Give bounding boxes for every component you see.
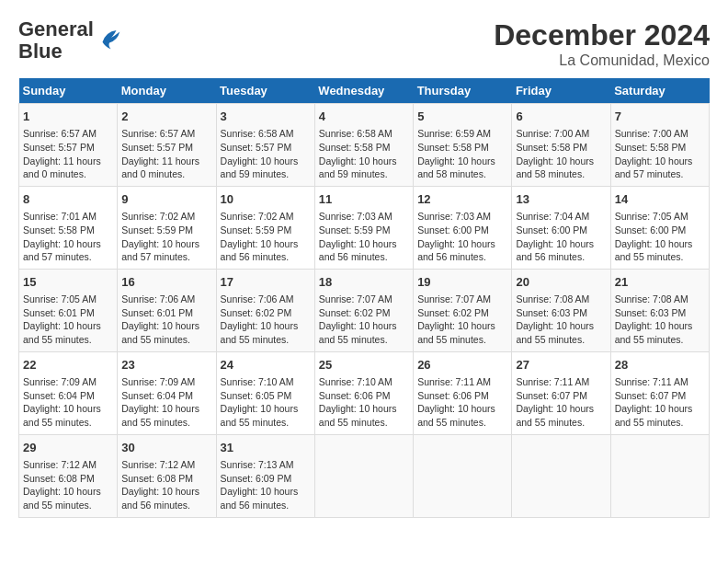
day-number: 30 [121, 440, 211, 456]
day-number: 20 [516, 274, 606, 291]
calendar-cell: 6Sunrise: 7:00 AMSunset: 5:58 PMDaylight… [512, 104, 610, 187]
calendar-cell: 18Sunrise: 7:07 AMSunset: 6:02 PMDayligh… [314, 269, 413, 351]
calendar-cell [610, 434, 709, 517]
calendar-cell: 7Sunrise: 7:00 AMSunset: 5:58 PMDaylight… [610, 104, 709, 187]
day-number: 12 [417, 191, 507, 208]
calendar-table: Sunday Monday Tuesday Wednesday Thursday… [18, 78, 710, 518]
col-tuesday: Tuesday [216, 78, 314, 104]
calendar-cell [512, 434, 610, 517]
day-number: 31 [221, 440, 311, 456]
day-number: 5 [417, 109, 507, 125]
calendar-cell: 4Sunrise: 6:58 AMSunset: 5:58 PMDaylight… [314, 104, 413, 187]
col-thursday: Thursday [414, 78, 512, 104]
calendar-cell: 13Sunrise: 7:04 AMSunset: 6:00 PMDayligh… [512, 186, 610, 269]
calendar-row: 8Sunrise: 7:01 AMSunset: 5:58 PMDaylight… [19, 186, 710, 269]
calendar-cell: 30Sunrise: 7:12 AMSunset: 6:08 PMDayligh… [118, 434, 216, 517]
calendar-cell: 22Sunrise: 7:09 AMSunset: 6:04 PMDayligh… [19, 351, 118, 434]
col-monday: Monday [118, 78, 216, 104]
calendar-cell: 27Sunrise: 7:11 AMSunset: 6:07 PMDayligh… [512, 351, 610, 434]
page-header: General Blue December 2024 La Comunidad,… [18, 18, 710, 69]
logo-text: General Blue [18, 18, 94, 63]
calendar-body: 1Sunrise: 6:57 AMSunset: 5:57 PMDaylight… [19, 104, 710, 518]
calendar-cell: 21Sunrise: 7:08 AMSunset: 6:03 PMDayligh… [610, 269, 709, 351]
col-friday: Friday [512, 78, 610, 104]
day-number: 21 [615, 274, 705, 291]
calendar-cell: 20Sunrise: 7:08 AMSunset: 6:03 PMDayligh… [512, 269, 610, 351]
logo-bird-icon [96, 25, 123, 52]
calendar-cell: 31Sunrise: 7:13 AMSunset: 6:09 PMDayligh… [216, 434, 314, 517]
day-number: 26 [417, 357, 507, 373]
day-number: 2 [121, 109, 211, 125]
calendar-cell [414, 434, 512, 517]
col-saturday: Saturday [610, 78, 709, 104]
calendar-row: 1Sunrise: 6:57 AMSunset: 5:57 PMDaylight… [19, 104, 710, 187]
calendar-row: 15Sunrise: 7:05 AMSunset: 6:01 PMDayligh… [19, 269, 710, 351]
col-wednesday: Wednesday [314, 78, 413, 104]
day-number: 4 [319, 109, 409, 125]
day-number: 8 [23, 191, 113, 208]
col-sunday: Sunday [19, 78, 118, 104]
day-number: 28 [615, 357, 705, 373]
calendar-cell: 19Sunrise: 7:07 AMSunset: 6:02 PMDayligh… [414, 269, 512, 351]
day-number: 9 [121, 191, 211, 208]
calendar-cell: 11Sunrise: 7:03 AMSunset: 5:59 PMDayligh… [314, 186, 413, 269]
day-number: 7 [615, 109, 705, 125]
calendar-cell: 17Sunrise: 7:06 AMSunset: 6:02 PMDayligh… [216, 269, 314, 351]
day-number: 25 [319, 357, 409, 373]
day-number: 14 [615, 191, 705, 208]
day-number: 22 [23, 357, 113, 373]
calendar-cell: 12Sunrise: 7:03 AMSunset: 6:00 PMDayligh… [414, 186, 512, 269]
calendar-row: 22Sunrise: 7:09 AMSunset: 6:04 PMDayligh… [19, 351, 710, 434]
calendar-cell: 15Sunrise: 7:05 AMSunset: 6:01 PMDayligh… [19, 269, 118, 351]
calendar-cell [314, 434, 413, 517]
calendar-cell: 3Sunrise: 6:58 AMSunset: 5:57 PMDaylight… [216, 104, 314, 187]
day-number: 15 [23, 274, 113, 291]
day-number: 16 [121, 274, 211, 291]
calendar-cell: 28Sunrise: 7:11 AMSunset: 6:07 PMDayligh… [610, 351, 709, 434]
page-title: December 2024 [494, 18, 710, 52]
logo-line2: Blue [18, 40, 94, 63]
calendar-cell: 9Sunrise: 7:02 AMSunset: 5:59 PMDaylight… [118, 186, 216, 269]
title-block: December 2024 La Comunidad, Mexico [494, 18, 710, 69]
page-subtitle: La Comunidad, Mexico [494, 52, 710, 69]
calendar-row: 29Sunrise: 7:12 AMSunset: 6:08 PMDayligh… [19, 434, 710, 517]
day-number: 10 [221, 191, 311, 208]
day-number: 3 [221, 109, 311, 125]
day-number: 1 [23, 109, 113, 125]
day-number: 27 [516, 357, 606, 373]
calendar-cell: 29Sunrise: 7:12 AMSunset: 6:08 PMDayligh… [19, 434, 118, 517]
logo: General Blue [18, 18, 123, 63]
day-number: 17 [221, 274, 311, 291]
header-row: Sunday Monday Tuesday Wednesday Thursday… [19, 78, 710, 104]
calendar-header: Sunday Monday Tuesday Wednesday Thursday… [19, 78, 710, 104]
day-number: 19 [417, 274, 507, 291]
calendar-cell: 26Sunrise: 7:11 AMSunset: 6:06 PMDayligh… [414, 351, 512, 434]
calendar-cell: 14Sunrise: 7:05 AMSunset: 6:00 PMDayligh… [610, 186, 709, 269]
day-number: 13 [516, 191, 606, 208]
day-number: 24 [221, 357, 311, 373]
calendar-cell: 24Sunrise: 7:10 AMSunset: 6:05 PMDayligh… [216, 351, 314, 434]
day-number: 29 [23, 440, 113, 456]
calendar-cell: 2Sunrise: 6:57 AMSunset: 5:57 PMDaylight… [118, 104, 216, 187]
logo-line1: General [18, 18, 94, 40]
calendar-cell: 23Sunrise: 7:09 AMSunset: 6:04 PMDayligh… [118, 351, 216, 434]
calendar-cell: 8Sunrise: 7:01 AMSunset: 5:58 PMDaylight… [19, 186, 118, 269]
day-number: 18 [319, 274, 409, 291]
day-number: 23 [121, 357, 211, 373]
calendar-cell: 1Sunrise: 6:57 AMSunset: 5:57 PMDaylight… [19, 104, 118, 187]
calendar-cell: 16Sunrise: 7:06 AMSunset: 6:01 PMDayligh… [118, 269, 216, 351]
day-number: 6 [516, 109, 606, 125]
calendar-cell: 5Sunrise: 6:59 AMSunset: 5:58 PMDaylight… [414, 104, 512, 187]
calendar-cell: 25Sunrise: 7:10 AMSunset: 6:06 PMDayligh… [314, 351, 413, 434]
day-number: 11 [319, 191, 409, 208]
calendar-cell: 10Sunrise: 7:02 AMSunset: 5:59 PMDayligh… [216, 186, 314, 269]
